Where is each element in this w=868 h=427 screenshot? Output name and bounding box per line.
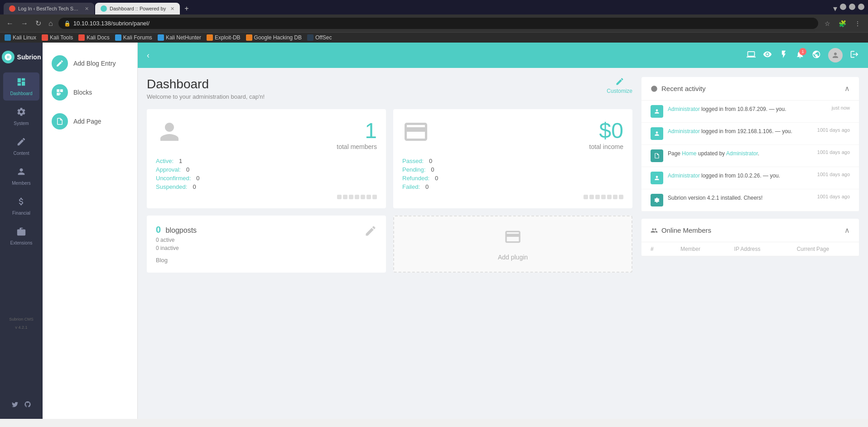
extensions-btn[interactable]: 🧩: [836, 18, 849, 29]
back-button[interactable]: ←: [5, 18, 15, 29]
members-unconfirmed-row: Unconfirmed: 0: [156, 175, 377, 182]
bookmark-kali-nethunter[interactable]: Kali NetHunter: [158, 34, 201, 41]
activity-item-4: Subrion version 4.2.1 installed. Cheers!…: [641, 189, 859, 211]
blog-active: 0 active: [156, 237, 197, 243]
quick-add-blog[interactable]: Add Blog Entry: [43, 50, 137, 77]
add-plugin-text: Add plugin: [498, 254, 528, 261]
browser-tab-2[interactable]: Dashboard :: Powered by ✕: [95, 3, 180, 14]
activity-icon-login-3: [651, 172, 663, 184]
globe-icon[interactable]: [812, 50, 821, 61]
logo-icon: [2, 51, 14, 63]
sidebar-item-system[interactable]: System: [3, 102, 39, 130]
monitor-icon[interactable]: [747, 50, 756, 61]
activity-icon-page-2: [651, 149, 663, 162]
members-unconfirmed-val: 0: [196, 175, 199, 182]
plugin-cards: 0 blogposts 0 active 0 inactive: [147, 216, 632, 273]
members-approval-row: Approval: 0: [156, 166, 377, 173]
browser-tab-1[interactable]: Log In ‹ BestTech Tech Supp... ✕: [4, 3, 94, 14]
sidebar-item-content[interactable]: Content: [3, 132, 39, 160]
new-tab-button[interactable]: +: [181, 3, 192, 14]
income-refunded-val: 0: [435, 175, 438, 182]
recent-activity-toggle[interactable]: ∧: [844, 84, 850, 93]
twitter-icon[interactable]: [11, 401, 19, 410]
collapse-button[interactable]: ‹: [147, 51, 149, 60]
quick-add-page[interactable]: Add Page: [43, 108, 137, 135]
github-icon[interactable]: [24, 401, 31, 410]
browser-bookmarks: Kali Linux Kali Tools Kali Docs Kali For…: [0, 32, 868, 43]
sidebar-item-label-content: Content: [13, 151, 29, 156]
forward-button[interactable]: →: [19, 18, 30, 29]
income-refunded-key: Refunded:: [402, 175, 429, 182]
logout-icon[interactable]: [850, 50, 859, 61]
income-pending-key: Pending:: [402, 166, 425, 173]
sidebar-item-extensions[interactable]: Extensions: [3, 222, 39, 250]
header-left: ‹: [147, 51, 149, 60]
sidebar-item-dashboard[interactable]: Dashboard: [3, 72, 39, 101]
recent-activity-section: Recent activity ∧ Administrator logged i…: [641, 77, 859, 211]
bookmark-kali-forums[interactable]: Kali Forums: [115, 34, 152, 41]
online-members-header: Online Members ∧: [641, 219, 859, 242]
members-approval-val: 0: [186, 166, 189, 173]
reload-button[interactable]: ↻: [34, 17, 43, 29]
online-members-toggle[interactable]: ∧: [844, 226, 850, 235]
members-card: 1 total members Active: 1 Approval:: [147, 109, 386, 208]
user-avatar[interactable]: [828, 48, 843, 62]
activity-icon-system-4: [651, 194, 663, 206]
members-suspended-key: Suspended:: [156, 183, 187, 190]
bookmark-kali-tools[interactable]: Kali Tools: [42, 34, 73, 41]
bell-icon[interactable]: 1: [796, 50, 805, 61]
blocks-label: Blocks: [73, 89, 92, 96]
activity-text-3: Administrator logged in from 10.0.2.26. …: [668, 172, 813, 180]
activity-time-3: 1001 days ago: [817, 172, 850, 177]
income-failed-row: Failed: 0: [402, 183, 623, 190]
add-page-label: Add Page: [73, 118, 101, 125]
sidebar-item-label-financial: Financial: [12, 211, 30, 216]
members-icon: [16, 167, 26, 179]
add-blog-icon: [52, 55, 68, 72]
members-card-top: 1 total members: [156, 118, 377, 150]
bookmark-exploit-db[interactable]: Exploit-DB: [207, 34, 241, 41]
sidebar-item-members[interactable]: Members: [3, 162, 39, 190]
add-plugin-icon: [504, 228, 522, 250]
customize-label: Customize: [607, 88, 632, 94]
blog-count: 0: [156, 225, 161, 235]
col-number: #: [641, 242, 671, 256]
income-label: total income: [589, 143, 623, 150]
members-approval-key: Approval:: [156, 166, 181, 173]
sidebar-item-label-system: System: [14, 121, 29, 126]
address-input[interactable]: [73, 20, 813, 27]
activity-icon-login-0: [651, 105, 663, 118]
members-suspended-val: 0: [193, 183, 196, 190]
members-dots: [156, 195, 377, 199]
eye-icon[interactable]: [763, 50, 772, 61]
col-member: Member: [671, 242, 725, 256]
bookmark-star[interactable]: ☆: [822, 18, 833, 29]
quick-blocks[interactable]: Blocks: [43, 79, 137, 106]
address-bar[interactable]: 🔒: [58, 18, 818, 29]
bookmark-kali-docs[interactable]: Kali Docs: [78, 34, 110, 41]
members-suspended-row: Suspended: 0: [156, 183, 377, 190]
home-button[interactable]: ⌂: [47, 18, 55, 29]
bookmark-google-hacking[interactable]: Google Hacking DB: [246, 34, 302, 41]
blog-card: 0 blogposts 0 active 0 inactive: [147, 216, 386, 273]
customize-button[interactable]: Customize: [607, 77, 632, 94]
activity-time-1: 1001 days ago: [817, 127, 850, 133]
income-count: $0: [589, 118, 623, 143]
activity-time-2: 1001 days ago: [817, 149, 850, 155]
bookmark-kali-linux[interactable]: Kali Linux: [5, 34, 36, 41]
menu-btn[interactable]: ⋮: [852, 18, 863, 29]
income-dots: [402, 195, 623, 199]
sidebar-item-label-members: Members: [12, 181, 31, 186]
bolt-icon[interactable]: [779, 50, 788, 61]
bookmark-offsec[interactable]: OffSec: [307, 34, 332, 41]
income-passed-val: 0: [429, 158, 432, 164]
extensions-icon: [16, 226, 26, 239]
sidebar-item-label-extensions: Extensions: [10, 240, 33, 245]
members-label: total members: [337, 143, 377, 150]
version-label: Subrion CMS: [7, 315, 35, 323]
sidebar-item-financial[interactable]: Financial: [3, 192, 39, 220]
income-pending-val: 0: [431, 166, 434, 173]
version-number: v 4.2.1: [7, 323, 35, 331]
add-plugin-card[interactable]: Add plugin: [393, 216, 632, 273]
members-active-key: Active:: [156, 158, 174, 164]
